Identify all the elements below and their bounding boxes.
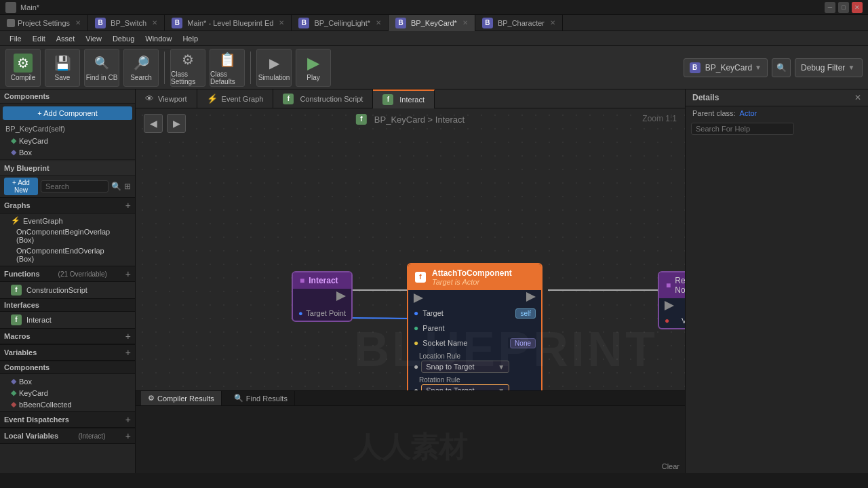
menu-window[interactable]: Window [140, 31, 177, 46]
var-label: bBeenCollected [19, 401, 72, 409]
graph-end-overlap[interactable]: OnComponentEndOverlap (Box) [0, 245, 135, 264]
details-close-icon[interactable]: ✕ [854, 93, 861, 102]
event-dispatchers-section[interactable]: Event Dispatchers + [0, 411, 135, 428]
add-component-button[interactable]: + Add Component [3, 106, 132, 120]
menu-edit[interactable]: Edit [27, 31, 51, 46]
attach-function-icon: f [415, 272, 426, 283]
tab-close-icon[interactable]: ✕ [152, 19, 157, 26]
menu-file[interactable]: File [4, 31, 27, 46]
variables-add-icon[interactable]: + [125, 347, 131, 358]
my-blueprint-search[interactable] [41, 180, 108, 192]
location-rule-dropdown[interactable]: Snap to Target ▼ [421, 361, 509, 373]
var-bbeen-collected[interactable]: ◆ bBeenCollected [0, 399, 135, 410]
functions-section[interactable]: Functions (21 Overridable) + [0, 266, 135, 282]
graph-begin-overlap[interactable]: OnComponentBeginOverlap (Box) [0, 226, 135, 245]
var-box[interactable]: ◆ Box [0, 375, 135, 387]
interact-icon: f [382, 94, 393, 105]
minimize-button[interactable]: ─ [825, 2, 835, 13]
rotation-rule-dropdown[interactable]: Snap to Target ▼ [421, 384, 509, 390]
compile-label: Compile [11, 74, 36, 81]
close-button[interactable]: ✕ [852, 2, 863, 13]
clear-button[interactable]: Clear [662, 462, 679, 470]
divider [0, 159, 135, 160]
compiler-results-label: Compiler Results [157, 394, 214, 403]
app-icon [5, 2, 16, 13]
search-button[interactable]: 🔎 Search [123, 49, 159, 87]
interfaces-section[interactable]: Interfaces [0, 298, 135, 312]
tab-close-icon[interactable]: ✕ [75, 19, 81, 26]
nav-back-button[interactable]: ◀ [144, 114, 163, 133]
maximize-button[interactable]: □ [838, 2, 849, 13]
macros-section[interactable]: Macros + [0, 328, 135, 344]
viewport-icon: 👁 [145, 94, 154, 104]
vtab-event-graph[interactable]: ⚡ Event Graph [197, 89, 274, 108]
compiler-results-tab[interactable]: ⚙ Compiler Results [141, 391, 222, 406]
menu-debug[interactable]: Debug [107, 31, 140, 46]
components-group-content: ◆ Box ◆ KeyCard ◆ bBeenCollected [0, 374, 135, 411]
blueprint-canvas[interactable]: ◀ ▶ f BP_KeyCard > Interact Zoom 1:1 [136, 108, 685, 390]
tab-main-level[interactable]: B Main* - Level Blueprint Ed ✕ [165, 15, 292, 31]
location-dropdown-chevron: ▼ [498, 363, 505, 371]
tab-label: BP_CeilingLight* [314, 19, 370, 27]
rotation-dropdown-chevron: ▼ [498, 387, 505, 391]
vtab-interact[interactable]: f Interact [373, 89, 435, 108]
breadcrumb-icon: f [356, 114, 367, 125]
tree-item-box[interactable]: ◆ Box [0, 146, 135, 158]
bp-icon: B [690, 62, 701, 73]
tab-close-icon[interactable]: ✕ [279, 19, 284, 26]
filter-icon[interactable]: ⊞ [124, 182, 131, 191]
tab-bp-keycard[interactable]: B BP_KeyCard* ✕ [389, 15, 475, 31]
functions-add-icon[interactable]: + [125, 268, 131, 279]
graphs-section[interactable]: Graphs + [0, 197, 135, 214]
vtab-viewport[interactable]: 👁 Viewport [136, 89, 197, 108]
parent-class-value[interactable]: Actor [740, 109, 757, 117]
save-icon: 💾 [53, 54, 72, 73]
menu-asset[interactable]: Asset [51, 31, 81, 46]
svg-marker-3 [665, 301, 674, 310]
event-dispatchers-add-icon[interactable]: + [125, 414, 131, 425]
menu-help[interactable]: Help [177, 31, 203, 46]
interact-header-icon: ■ [300, 276, 304, 285]
find-results-tab[interactable]: 🔍 Find Results [227, 391, 295, 406]
search-icon[interactable]: 🔍 [111, 182, 121, 191]
nav-forward-button[interactable]: ▶ [167, 114, 186, 133]
local-variables-add-icon[interactable]: + [125, 430, 131, 441]
graphs-add-icon[interactable]: + [125, 200, 131, 211]
local-variables-section[interactable]: Local Variables (Interact) + [0, 428, 135, 444]
tab-bp-switch[interactable]: B BP_Switch ✕ [88, 15, 165, 31]
interface-interact[interactable]: f Interact [0, 313, 135, 327]
vtab-construction-script[interactable]: f Construction Script [273, 89, 373, 108]
attach-exec-row [408, 290, 541, 306]
return-node-body: ■ Return Node ● Val [658, 271, 685, 329]
bp-search-button[interactable]: 🔍 [772, 58, 791, 77]
components-group-section[interactable]: Components [0, 361, 135, 374]
tab-ceiling-light[interactable]: B BP_CeilingLight* ✕ [292, 15, 389, 31]
variables-section[interactable]: Variables + [0, 344, 135, 361]
tab-close-icon[interactable]: ✕ [376, 19, 381, 26]
tab-close-icon[interactable]: ✕ [462, 19, 468, 26]
class-settings-button[interactable]: ⚙ Class Settings [170, 49, 205, 87]
macros-add-icon[interactable]: + [125, 331, 131, 342]
tab-project-settings[interactable]: Project Settings ✕ [0, 15, 88, 31]
save-button[interactable]: 💾 Save [45, 49, 80, 87]
add-new-button[interactable]: + Add New [4, 178, 38, 195]
search-help-input[interactable] [691, 123, 794, 135]
bp-keycard-dropdown[interactable]: B BP_KeyCard ▼ [684, 58, 768, 77]
search-icon: 🔍 [776, 63, 787, 73]
menu-view[interactable]: View [80, 31, 107, 46]
play-button[interactable]: ▶ Play [296, 49, 331, 87]
tab-close-icon[interactable]: ✕ [550, 19, 555, 26]
tree-item-keycard[interactable]: ◆ KeyCard [0, 135, 135, 146]
simulation-button[interactable]: ▶ Simulation [256, 49, 292, 87]
target-self-tag: self [515, 308, 536, 319]
debug-filter-dropdown[interactable]: Debug Filter ▼ [795, 58, 863, 77]
find-in-cb-button[interactable]: 🔍 Find in CB [84, 49, 119, 87]
tab-bp-character[interactable]: B BP_Character ✕ [475, 15, 563, 31]
compile-button[interactable]: ⚙ Compile [5, 49, 41, 87]
var-keycard[interactable]: ◆ KeyCard [0, 387, 135, 399]
graph-event-graph[interactable]: ⚡ EventGraph [0, 215, 135, 226]
function-construction-script[interactable]: f ConstructionScript [0, 283, 135, 297]
class-defaults-button[interactable]: 📋 Class Defaults [210, 49, 245, 87]
attach-node-header: f AttachToComponent Target is Actor [408, 264, 541, 290]
self-item[interactable]: BP_KeyCard(self) [0, 123, 135, 135]
